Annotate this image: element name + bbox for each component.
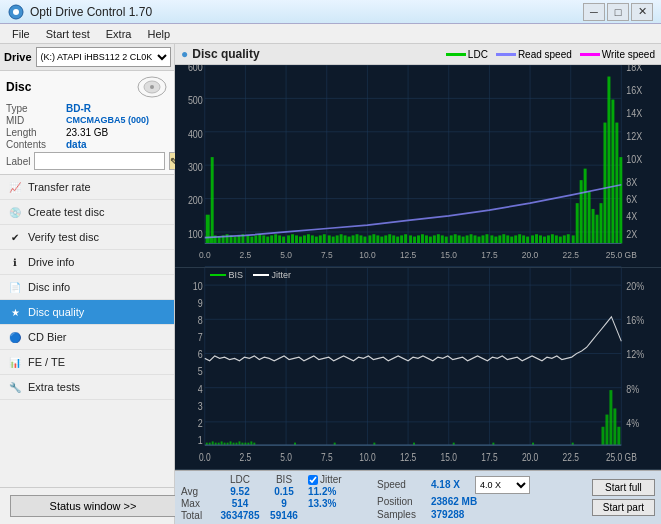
svg-rect-68 bbox=[315, 237, 318, 244]
speed-select-stats[interactable]: 4.0 X bbox=[475, 476, 530, 494]
sidebar-item-transfer-rate[interactable]: 📈 Transfer rate bbox=[0, 175, 174, 200]
svg-rect-85 bbox=[384, 235, 387, 243]
sidebar-item-create-test-disc[interactable]: 💿 Create test disc bbox=[0, 200, 174, 225]
svg-rect-108 bbox=[478, 237, 481, 244]
svg-rect-53 bbox=[254, 235, 257, 243]
sidebar-item-drive-info[interactable]: ℹ Drive info bbox=[0, 250, 174, 275]
svg-text:20.0: 20.0 bbox=[522, 250, 538, 261]
menu-help[interactable]: Help bbox=[139, 26, 178, 42]
svg-rect-99 bbox=[441, 235, 444, 243]
svg-rect-97 bbox=[433, 235, 436, 243]
close-button[interactable]: ✕ bbox=[631, 3, 653, 21]
status-window-section: Status window >> bbox=[0, 487, 174, 524]
svg-rect-74 bbox=[340, 234, 343, 243]
nav-list: 📈 Transfer rate 💿 Create test disc ✔ Ver… bbox=[0, 175, 174, 487]
start-full-button[interactable]: Start full bbox=[592, 479, 655, 496]
svg-point-4 bbox=[150, 85, 154, 89]
length-field-label: Length bbox=[6, 127, 66, 138]
svg-rect-141 bbox=[611, 100, 614, 244]
mid-field-label: MID bbox=[6, 115, 66, 126]
start-part-button[interactable]: Start part bbox=[592, 499, 655, 516]
disc-info-icon: 📄 bbox=[8, 280, 22, 294]
svg-rect-119 bbox=[522, 235, 525, 243]
maximize-button[interactable]: □ bbox=[607, 3, 629, 21]
svg-text:8X: 8X bbox=[626, 176, 637, 188]
svg-rect-93 bbox=[417, 235, 420, 243]
mid-value: CMCMAGBA5 (000) bbox=[66, 115, 149, 126]
label-input[interactable] bbox=[34, 152, 165, 170]
svg-rect-86 bbox=[388, 234, 391, 243]
svg-rect-117 bbox=[514, 235, 517, 243]
jitter-checkbox[interactable] bbox=[308, 475, 318, 485]
svg-rect-89 bbox=[400, 235, 403, 243]
bis-legend-color bbox=[210, 274, 226, 276]
drive-select[interactable]: (K:) ATAPI iHBS112 2 CL0K bbox=[36, 47, 171, 67]
svg-text:2: 2 bbox=[198, 416, 203, 428]
bis-max: 9 bbox=[264, 498, 304, 509]
svg-rect-132 bbox=[576, 203, 579, 243]
svg-rect-137 bbox=[596, 215, 599, 244]
menu-start-test[interactable]: Start test bbox=[38, 26, 98, 42]
svg-rect-134 bbox=[584, 169, 587, 244]
svg-text:12X: 12X bbox=[626, 130, 642, 142]
svg-text:18X: 18X bbox=[626, 65, 642, 73]
disc-icon bbox=[136, 75, 168, 99]
disc-quality-icon: ★ bbox=[8, 305, 22, 319]
bis-avg: 0.15 bbox=[264, 486, 304, 497]
svg-rect-56 bbox=[266, 237, 269, 244]
sidebar-item-extra-tests[interactable]: 🔧 Extra tests bbox=[0, 375, 174, 400]
sidebar-item-cd-bier[interactable]: 🔵 CD Bier bbox=[0, 325, 174, 350]
minimize-button[interactable]: ─ bbox=[583, 3, 605, 21]
content-area: ● Disc quality LDC Read speed Write spee… bbox=[175, 44, 661, 524]
svg-text:15.0: 15.0 bbox=[441, 250, 457, 261]
svg-text:3: 3 bbox=[198, 399, 203, 411]
svg-rect-95 bbox=[425, 235, 428, 243]
stats-bar: LDC BIS Jitter Avg 9.52 0.15 11.2% Max 5… bbox=[175, 470, 661, 524]
legend-ldc: LDC bbox=[446, 49, 488, 60]
avg-label: Avg bbox=[181, 486, 216, 497]
status-window-button[interactable]: Status window >> bbox=[10, 495, 176, 517]
svg-text:9: 9 bbox=[198, 297, 203, 309]
menu-file[interactable]: File bbox=[4, 26, 38, 42]
svg-rect-75 bbox=[344, 235, 347, 243]
sidebar-item-disc-quality[interactable]: ★ Disc quality bbox=[0, 300, 174, 325]
svg-rect-70 bbox=[323, 234, 326, 243]
svg-rect-57 bbox=[270, 235, 273, 243]
svg-rect-138 bbox=[600, 203, 603, 243]
svg-rect-66 bbox=[307, 234, 310, 243]
ldc-color bbox=[446, 53, 466, 56]
nav-label-verify-test-disc: Verify test disc bbox=[28, 231, 99, 243]
svg-rect-113 bbox=[498, 235, 501, 243]
position-value: 23862 MB bbox=[431, 496, 477, 507]
menu-extra[interactable]: Extra bbox=[98, 26, 140, 42]
sidebar-item-fe-te[interactable]: 📊 FE / TE bbox=[0, 350, 174, 375]
chart-header: ● Disc quality LDC Read speed Write spee… bbox=[175, 44, 661, 65]
svg-rect-214 bbox=[601, 426, 604, 444]
svg-text:5.0: 5.0 bbox=[280, 451, 292, 463]
svg-rect-51 bbox=[246, 235, 249, 243]
svg-rect-115 bbox=[506, 235, 509, 243]
stats-total-row: Total 3634785 59146 bbox=[181, 510, 361, 521]
svg-rect-121 bbox=[531, 235, 534, 243]
speed-value: 4.18 X bbox=[431, 479, 471, 490]
svg-text:25.0 GB: 25.0 GB bbox=[606, 451, 637, 463]
svg-rect-91 bbox=[409, 235, 412, 243]
svg-text:4: 4 bbox=[198, 382, 203, 394]
lower-legend: BIS Jitter bbox=[210, 270, 291, 280]
svg-rect-98 bbox=[437, 234, 440, 243]
nav-label-cd-bier: CD Bier bbox=[28, 331, 67, 343]
svg-rect-69 bbox=[319, 235, 322, 243]
svg-rect-88 bbox=[396, 237, 399, 244]
svg-rect-143 bbox=[619, 157, 622, 243]
svg-text:10: 10 bbox=[193, 280, 203, 292]
lower-legend-bis: BIS bbox=[210, 270, 243, 280]
speed-label: Speed bbox=[377, 479, 427, 490]
lower-legend-jitter: Jitter bbox=[253, 270, 291, 280]
legend-read-speed: Read speed bbox=[496, 49, 572, 60]
charts-area: 600 500 400 300 200 100 18X 16X 14X 12X … bbox=[175, 65, 661, 470]
sidebar-item-disc-info[interactable]: 📄 Disc info bbox=[0, 275, 174, 300]
svg-rect-129 bbox=[563, 235, 566, 243]
svg-text:12.5: 12.5 bbox=[400, 250, 416, 261]
position-label: Position bbox=[377, 496, 427, 507]
sidebar-item-verify-test-disc[interactable]: ✔ Verify test disc bbox=[0, 225, 174, 250]
